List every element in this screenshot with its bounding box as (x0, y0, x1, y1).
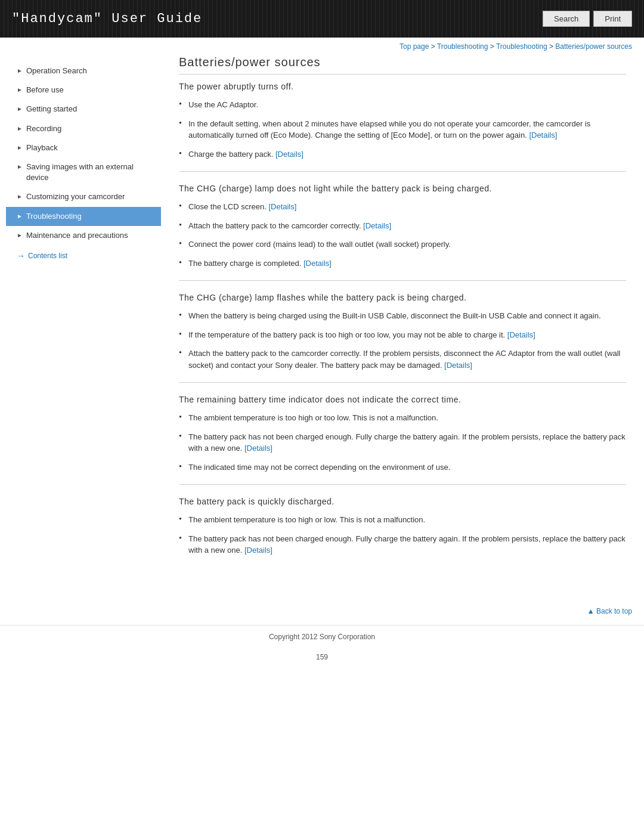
arrow-icon: ► (17, 105, 23, 113)
bullet-text: If the temperature of the battery pack i… (188, 330, 507, 339)
list-item: Use the AC Adaptor. (179, 97, 626, 113)
sidebar-item-recording[interactable]: ► Recording (6, 119, 161, 138)
arrow-icon: ► (17, 86, 23, 94)
sidebar-item-label: Recording (26, 123, 155, 134)
bullet-text: Use the AC Adaptor. (188, 100, 258, 109)
bullet-text: The ambient temperature is too high or l… (188, 515, 425, 524)
contents-list-label: Contents list (28, 252, 67, 260)
bullet-list-4: The ambient temperature is too high or t… (179, 410, 626, 475)
sidebar-item-maintenance[interactable]: ► Maintenance and precautions (6, 226, 161, 245)
sidebar-item-label: Getting started (26, 104, 155, 114)
back-to-top-link[interactable]: ▲ Back to top (587, 607, 632, 615)
section-title-2: The CHG (charge) lamp does not light whi… (179, 184, 626, 193)
sidebar-item-operation-search[interactable]: ► Operation Search (6, 61, 161, 80)
sidebar-item-label: Saving images with an external device (26, 162, 155, 183)
details-link[interactable]: [Details] (275, 150, 304, 159)
section-quickly-discharged: The battery pack is quickly discharged. … (179, 497, 626, 568)
details-link[interactable]: [Details] (244, 546, 273, 555)
sidebar-item-label: Customizing your camcorder (26, 191, 155, 202)
arrow-icon: ► (17, 144, 23, 152)
list-item: Charge the battery pack. [Details] (179, 147, 626, 162)
sidebar-item-label: Before use (26, 85, 155, 95)
arrow-icon: ► (17, 67, 23, 75)
details-link[interactable]: [Details] (363, 221, 391, 230)
main-content: Batteries/power sources The power abrupt… (161, 55, 638, 592)
list-item: Connect the power cord (mains lead) to t… (179, 237, 626, 252)
bullet-text: Charge the battery pack. (188, 150, 275, 159)
bullet-text: Attach the battery pack to the camcorder… (188, 349, 620, 370)
arrow-icon: ► (17, 163, 23, 171)
bullet-text: The battery charge is completed. (188, 259, 304, 268)
list-item: Attach the battery pack to the camcorder… (179, 218, 626, 234)
section-chg-no-light: The CHG (charge) lamp does not light whi… (179, 184, 626, 281)
sidebar-item-before-use[interactable]: ► Before use (6, 80, 161, 100)
details-link[interactable]: [Details] (244, 444, 273, 453)
back-to-top: ▲ Back to top (0, 603, 644, 619)
print-button[interactable]: Print (593, 11, 632, 27)
search-button[interactable]: Search (543, 11, 590, 27)
sidebar-item-label: Maintenance and precautions (26, 230, 155, 241)
list-item: The battery pack has not been charged en… (179, 531, 626, 558)
list-item: When the battery is being charged using … (179, 308, 626, 324)
bullet-text: The ambient temperature is too high or t… (188, 413, 438, 422)
bullet-list-1: Use the AC Adaptor. In the default setti… (179, 97, 626, 162)
sidebar-item-saving-images[interactable]: ► Saving images with an external device (6, 157, 161, 187)
bullet-text: The indicated time may not be correct de… (188, 463, 450, 472)
details-link[interactable]: [Details] (444, 361, 472, 370)
sidebar-item-label: Operation Search (26, 66, 155, 76)
breadcrumb-batteries[interactable]: Batteries/power sources (555, 42, 632, 51)
sidebar: ► Operation Search ► Before use ► Gettin… (6, 55, 161, 592)
breadcrumb-troubleshooting-1[interactable]: Troubleshooting (437, 42, 488, 51)
section-title-4: The remaining battery time indicator doe… (179, 395, 626, 404)
arrow-icon: ► (17, 193, 23, 201)
section-title-5: The battery pack is quickly discharged. (179, 497, 626, 506)
list-item: If the temperature of the battery pack i… (179, 327, 626, 343)
sidebar-item-playback[interactable]: ► Playback (6, 138, 161, 157)
main-layout: ► Operation Search ► Before use ► Gettin… (0, 55, 644, 603)
bullet-list-5: The ambient temperature is too high or l… (179, 512, 626, 558)
bullet-list-3: When the battery is being charged using … (179, 308, 626, 373)
bullet-text: Close the LCD screen. (188, 202, 268, 211)
section-remaining-time: The remaining battery time indicator doe… (179, 395, 626, 485)
arrow-icon: ► (17, 212, 23, 221)
breadcrumb: Top page > Troubleshooting > Troubleshoo… (0, 38, 644, 55)
list-item: In the default setting, when about 2 min… (179, 116, 626, 143)
details-link[interactable]: [Details] (268, 202, 296, 211)
page-header: "Handycam" User Guide Search Print (0, 0, 644, 38)
section-power-turns-off: The power abruptly turns off. Use the AC… (179, 82, 626, 172)
sidebar-item-label: Playback (26, 143, 155, 153)
sidebar-item-getting-started[interactable]: ► Getting started (6, 100, 161, 119)
list-item: Close the LCD screen. [Details] (179, 199, 626, 215)
footer: Copyright 2012 Sony Corporation (0, 625, 644, 648)
list-item: The ambient temperature is too high or l… (179, 512, 626, 528)
breadcrumb-top[interactable]: Top page (400, 42, 429, 51)
arrow-icon: ► (17, 125, 23, 133)
list-item: The battery charge is completed. [Detail… (179, 256, 626, 271)
sidebar-item-troubleshooting[interactable]: ► Troubleshooting (6, 207, 161, 226)
header-buttons: Search Print (543, 11, 632, 27)
bullet-text: When the battery is being charged using … (188, 311, 601, 320)
section-title-1: The power abruptly turns off. (179, 82, 626, 91)
bullet-text: Connect the power cord (mains lead) to t… (188, 240, 451, 249)
bullet-text: Attach the battery pack to the camcorder… (188, 221, 363, 230)
list-item: The ambient temperature is too high or t… (179, 410, 626, 426)
site-title: "Handycam" User Guide (12, 11, 202, 26)
details-link[interactable]: [Details] (529, 131, 557, 140)
bullet-list-2: Close the LCD screen. [Details] Attach t… (179, 199, 626, 271)
arrow-icon: ► (17, 231, 23, 240)
copyright-text: Copyright 2012 Sony Corporation (269, 633, 375, 641)
list-item: The battery pack has not been charged en… (179, 429, 626, 456)
page-title: Batteries/power sources (179, 55, 626, 75)
contents-arrow-icon: → (17, 251, 25, 261)
section-chg-flashes: The CHG (charge) lamp flashes while the … (179, 293, 626, 383)
details-link[interactable]: [Details] (507, 330, 535, 339)
contents-list-link[interactable]: → Contents list (6, 245, 161, 267)
breadcrumb-troubleshooting-2[interactable]: Troubleshooting (496, 42, 547, 51)
details-link[interactable]: [Details] (304, 259, 332, 268)
section-title-3: The CHG (charge) lamp flashes while the … (179, 293, 626, 302)
sidebar-item-label: Troubleshooting (26, 211, 155, 222)
page-number: 159 (0, 648, 644, 666)
list-item: Attach the battery pack to the camcorder… (179, 346, 626, 373)
sidebar-item-customizing[interactable]: ► Customizing your camcorder (6, 187, 161, 206)
list-item: The indicated time may not be correct de… (179, 460, 626, 475)
